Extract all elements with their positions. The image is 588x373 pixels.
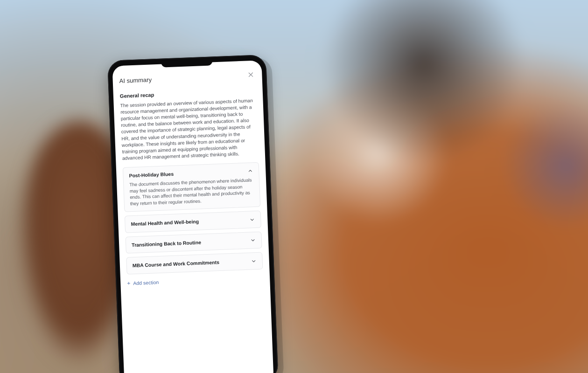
accordion-post-holiday-blues: Post-Holiday Blues The document discusse…	[123, 162, 260, 213]
phone-body: AI summary General recap The session pro…	[107, 55, 279, 373]
phone-screen: AI summary General recap The session pro…	[112, 60, 273, 373]
accordion-mental-health: Mental Health and Well-being	[125, 211, 261, 233]
accordion-title: Post-Holiday Blues	[129, 171, 174, 179]
close-button[interactable]	[246, 71, 256, 81]
page-title: AI summary	[119, 76, 152, 84]
chevron-up-icon	[247, 168, 253, 173]
accordion-header[interactable]: Mental Health and Well-being	[131, 216, 255, 228]
accordion-title: Transitioning Back to Routine	[132, 239, 201, 248]
add-section-label: Add section	[133, 279, 159, 287]
accordion-header[interactable]: Transitioning Back to Routine	[132, 237, 256, 249]
chevron-down-icon	[249, 217, 255, 222]
accordion-title: MBA Course and Work Commitments	[133, 259, 220, 269]
accordion-body: The document discusses the phenomenon wh…	[129, 177, 254, 207]
plus-icon: +	[127, 281, 130, 286]
add-section-button[interactable]: + Add section	[127, 279, 159, 287]
chevron-down-icon	[250, 237, 256, 243]
chevron-down-icon	[251, 258, 257, 264]
accordion-mba-course: MBA Course and Work Commitments	[126, 252, 263, 275]
screen-body: General recap The session provided an ov…	[113, 83, 273, 373]
phone-mockup: AI summary General recap The session pro…	[107, 55, 279, 373]
accordion-title: Mental Health and Well-being	[131, 218, 199, 228]
accordion-header[interactable]: MBA Course and Work Commitments	[133, 257, 257, 269]
accordion-transitioning-back: Transitioning Back to Routine	[126, 231, 262, 254]
close-icon	[247, 71, 254, 80]
recap-text: The session provided an overview of vari…	[120, 97, 259, 162]
